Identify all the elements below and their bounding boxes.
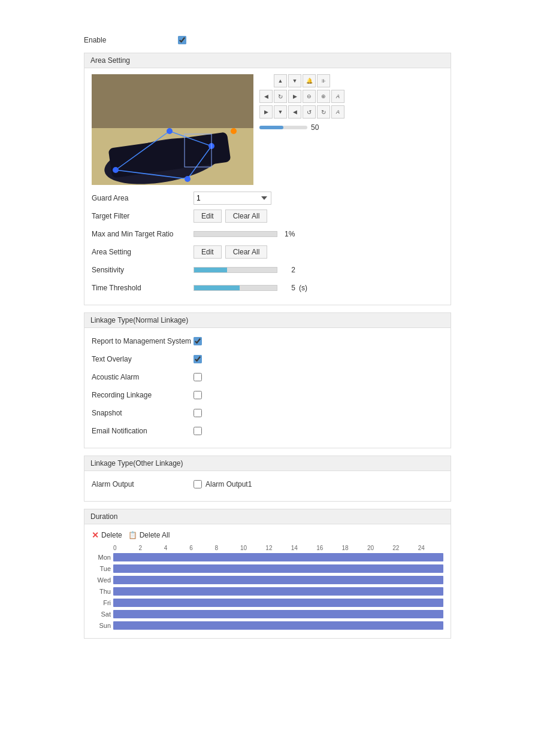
timeline-tue: Tue	[92, 564, 443, 573]
acoustic-label: Acoustic Alarm	[92, 373, 194, 381]
ptz-bell-btn[interactable]: 🔔	[303, 74, 316, 87]
delete-btn[interactable]: ✕ Delete	[92, 530, 122, 540]
ptz-sliders-btn[interactable]: ⊪	[317, 74, 330, 87]
guard-area-select[interactable]: 1 2 3 4	[194, 192, 271, 205]
timeline-bar-tue[interactable]	[113, 564, 443, 573]
linkage-normal-section: Linkage Type(Normal Linkage) Report to M…	[84, 312, 451, 448]
linkage-other-section: Linkage Type(Other Linkage) Alarm Output…	[84, 456, 451, 502]
camera-controls-row: IPCamera 2018-12-05 14:50:36	[92, 74, 443, 185]
timeline-container: 0 2 4 6 8 10 12 14 16 18 20 22 24 Mon	[92, 545, 443, 630]
time-threshold-row: Time Threshold 5 (s)	[92, 281, 443, 295]
ptz-a2-btn[interactable]: A	[331, 105, 344, 119]
timeline-header: 0 2 4 6 8 10 12 14 16 18 20 22 24	[113, 545, 443, 551]
ptz-slider-value: 50	[311, 123, 325, 132]
ptz-zoom-out-btn[interactable]: ⊖	[303, 90, 316, 103]
sensitivity-slider[interactable]	[194, 267, 277, 273]
time-threshold-label: Time Threshold	[92, 284, 194, 292]
text-overlay-checkbox[interactable]	[194, 355, 202, 363]
ptz-play-btn[interactable]: ▶	[259, 105, 273, 119]
recording-label: Recording Linkage	[92, 391, 194, 399]
timeline-bar-wed[interactable]	[113, 576, 443, 584]
ptz-cw-btn[interactable]: ↻	[317, 105, 330, 119]
snapshot-row: Snapshot	[92, 406, 443, 420]
area-setting-row: Area Setting Edit Clear All	[92, 245, 443, 259]
duration-content: ✕ Delete 📋 Delete All 0 2 4 6 8 10	[84, 524, 451, 638]
email-checkbox[interactable]	[194, 427, 202, 435]
sensitivity-row: Sensitivity 2	[92, 263, 443, 277]
linkage-other-header: Linkage Type(Other Linkage)	[84, 456, 451, 471]
svg-point-6	[167, 128, 173, 134]
report-checkbox[interactable]	[194, 337, 202, 345]
delete-all-btn[interactable]: 📋 Delete All	[128, 531, 170, 539]
ptz-left-btn[interactable]: ◀	[259, 90, 273, 103]
timeline-bar-sat[interactable]	[113, 610, 443, 618]
ptz-right-btn[interactable]: ▶	[288, 90, 301, 103]
timeline-bar-thu[interactable]	[113, 587, 443, 596]
time-threshold-slider[interactable]	[194, 285, 277, 291]
ptz-zoom-in-btn[interactable]: ⊕	[317, 90, 330, 103]
timeline-fri: Fri	[92, 598, 443, 608]
delete-icon: ✕	[92, 530, 99, 540]
ptz-down2-btn[interactable]: ▼	[274, 105, 287, 119]
acoustic-checkbox[interactable]	[194, 373, 202, 381]
snapshot-checkbox[interactable]	[194, 409, 202, 417]
timeline-thu: Thu	[92, 587, 443, 596]
email-label: Email Notification	[92, 427, 194, 435]
ptz-rotate-right-btn[interactable]: ↻	[274, 90, 287, 103]
tick-18: 18	[342, 545, 367, 551]
ptz-row-2: ◀ ↻ ▶ ⊖ ⊕ A	[259, 90, 344, 103]
target-filter-clear-btn[interactable]: Clear All	[225, 210, 268, 223]
day-wed: Wed	[92, 576, 113, 584]
ptz-a1-btn[interactable]: A	[331, 90, 344, 103]
area-setting-edit-btn[interactable]: Edit	[194, 245, 222, 259]
recording-row: Recording Linkage	[92, 388, 443, 402]
recording-checkbox[interactable]	[194, 391, 202, 399]
tick-20: 20	[367, 545, 392, 551]
svg-point-9	[231, 128, 237, 134]
timeline-bar-sun[interactable]	[113, 621, 443, 630]
tick-2: 2	[138, 545, 164, 551]
ratio-bar	[194, 231, 277, 237]
target-filter-control: Edit Clear All	[194, 210, 267, 223]
day-tue: Tue	[92, 565, 113, 572]
ptz-ccw-btn[interactable]: ↺	[303, 105, 316, 119]
time-threshold-value: 5	[281, 284, 295, 292]
day-sun: Sun	[92, 622, 113, 629]
delete-all-icon: 📋	[128, 531, 137, 539]
alarm-output-label: Alarm Output	[92, 480, 194, 488]
enable-checkbox[interactable]	[178, 36, 186, 44]
delete-label: Delete	[101, 531, 122, 539]
timeline-bar-mon[interactable]	[113, 553, 443, 561]
timeline-wed: Wed	[92, 575, 443, 585]
alarm-output-checkbox[interactable]	[194, 480, 202, 488]
duration-header: Duration	[84, 509, 451, 524]
day-sat: Sat	[92, 611, 113, 618]
tick-0: 0	[113, 545, 138, 551]
svg-point-8	[185, 176, 191, 182]
ratio-label: Max and Min Target Ratio	[92, 230, 194, 238]
area-setting-clear-btn[interactable]: Clear All	[225, 245, 268, 259]
ptz-slider-fill	[259, 126, 283, 129]
area-setting-sub-label: Area Setting	[92, 248, 194, 256]
acoustic-row: Acoustic Alarm	[92, 370, 443, 384]
camera-overlay	[92, 74, 253, 185]
timeline-mon: Mon	[92, 552, 443, 562]
tick-10: 10	[240, 545, 265, 551]
email-row: Email Notification	[92, 424, 443, 438]
sensitivity-label: Sensitivity	[92, 266, 194, 274]
ptz-down-btn[interactable]: ▼	[288, 74, 301, 87]
ptz-up-btn[interactable]: ▲	[274, 74, 287, 87]
text-overlay-label: Text Overlay	[92, 355, 194, 363]
day-fri: Fri	[92, 599, 113, 606]
ptz-back-btn[interactable]: ◀	[288, 105, 301, 119]
ptz-row-3: ▶ ▼ ◀ ↺ ↻ A	[259, 105, 344, 119]
tick-4: 4	[164, 545, 189, 551]
area-setting-header: Area Setting	[84, 53, 451, 68]
day-thu: Thu	[92, 588, 113, 595]
delete-all-label: Delete All	[140, 531, 170, 539]
tick-14: 14	[291, 545, 316, 551]
target-filter-edit-btn[interactable]: Edit	[194, 210, 222, 223]
ratio-row: Max and Min Target Ratio 1%	[92, 227, 443, 241]
timeline-bar-fri[interactable]	[113, 599, 443, 607]
ptz-slider-bar[interactable]	[259, 126, 307, 129]
